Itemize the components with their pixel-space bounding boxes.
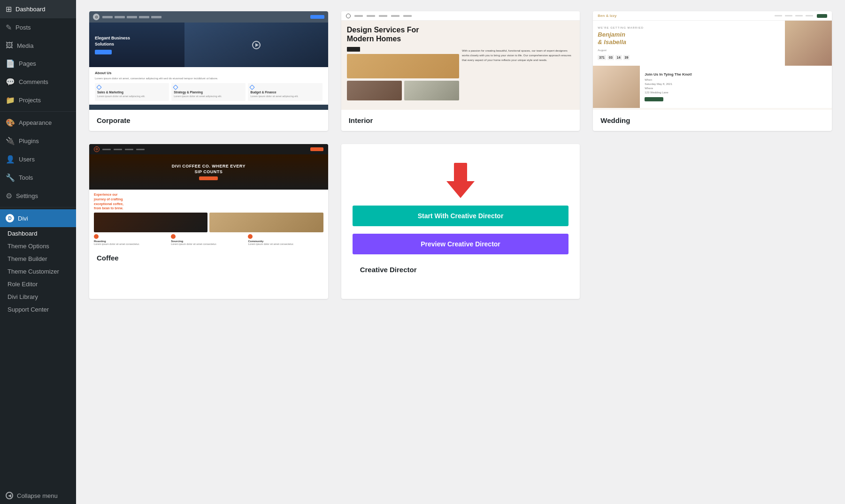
sidebar-item-label: Settings bbox=[16, 192, 38, 199]
sidebar-item-label: Media bbox=[17, 42, 33, 49]
sidebar-item-projects[interactable]: 📁 Projects bbox=[0, 91, 76, 109]
sidebar-item-divi[interactable]: D Divi bbox=[0, 209, 76, 227]
sidebar-item-pages[interactable]: 📄 Pages bbox=[0, 54, 76, 73]
projects-icon: 📁 bbox=[6, 96, 15, 105]
sidebar-item-label: Projects bbox=[19, 97, 41, 104]
sidebar-item-label: Divi bbox=[18, 215, 28, 222]
theme-label-creative-director: Creative Director bbox=[353, 262, 569, 280]
theme-preview-wedding: Ben & Izzy We're Getting Married Benjami… bbox=[593, 11, 832, 110]
pages-icon: 📄 bbox=[6, 59, 15, 68]
theme-card-coffee[interactable]: ⊙ DIVI COFFEE CO. WHERE EVERYSIP COUNTS bbox=[89, 144, 328, 299]
sidebar-sub-label: Role Editor bbox=[8, 281, 38, 288]
sidebar-sub-theme-builder[interactable]: Theme Builder bbox=[0, 252, 76, 265]
sidebar-sub-theme-options[interactable]: Theme Options bbox=[0, 240, 76, 252]
divi-icon: D bbox=[6, 214, 14, 222]
plugins-icon: 🔌 bbox=[6, 137, 15, 145]
sidebar-item-comments[interactable]: 💬 Comments bbox=[0, 73, 76, 91]
sidebar-item-plugins[interactable]: 🔌 Plugins bbox=[0, 132, 76, 150]
sidebar-sub-support-center[interactable]: Support Center bbox=[0, 303, 76, 316]
posts-icon: ✎ bbox=[6, 23, 12, 32]
sidebar-sub-label: Theme Options bbox=[8, 243, 49, 250]
sidebar-item-label: Pages bbox=[19, 60, 36, 67]
sidebar-item-label: Users bbox=[19, 156, 35, 163]
theme-label-interior: Interior bbox=[341, 110, 580, 131]
sidebar-item-tools[interactable]: 🔧 Tools bbox=[0, 168, 76, 187]
sidebar-item-label: Appearance bbox=[19, 119, 52, 126]
start-creative-director-button[interactable]: Start With Creative Director bbox=[353, 206, 569, 226]
settings-icon: ⚙ bbox=[6, 191, 12, 200]
sidebar-sub-divi-library[interactable]: Divi Library bbox=[0, 290, 76, 303]
theme-label-wedding: Wedding bbox=[593, 110, 832, 131]
sidebar-sub-divi-dashboard[interactable]: Dashboard bbox=[0, 227, 76, 240]
comments-icon: 💬 bbox=[6, 77, 15, 86]
main-content: ⊙ Elegant BusinessSolutions bbox=[76, 0, 845, 504]
theme-label-coffee: Coffee bbox=[89, 247, 328, 268]
sidebar-sub-label: Support Center bbox=[8, 306, 49, 313]
appearance-icon: 🎨 bbox=[6, 118, 15, 127]
theme-preview-coffee: ⊙ DIVI COFFEE CO. WHERE EVERYSIP COUNTS bbox=[89, 144, 328, 247]
theme-preview-corporate: ⊙ Elegant BusinessSolutions bbox=[89, 11, 328, 110]
dashboard-icon: ⊞ bbox=[6, 5, 12, 14]
sidebar-item-label: Plugins bbox=[19, 137, 39, 145]
sidebar-item-posts[interactable]: ✎ Posts bbox=[0, 18, 76, 37]
sidebar-sub-theme-customizer[interactable]: Theme Customizer bbox=[0, 265, 76, 278]
sidebar-sub-role-editor[interactable]: Role Editor bbox=[0, 278, 76, 290]
theme-card-wedding[interactable]: Ben & Izzy We're Getting Married Benjami… bbox=[593, 11, 832, 131]
sidebar-item-dashboard[interactable]: ⊞ Dashboard bbox=[0, 0, 76, 18]
collapse-menu-button[interactable]: ◀ Collapse menu bbox=[0, 487, 76, 504]
theme-grid: ⊙ Elegant BusinessSolutions bbox=[89, 11, 832, 299]
sidebar-sub-label: Divi Library bbox=[8, 293, 38, 300]
sidebar-item-label: Dashboard bbox=[15, 6, 46, 13]
media-icon: 🖼 bbox=[6, 41, 13, 50]
sidebar-sub-label: Dashboard bbox=[8, 230, 38, 237]
creative-director-arrow bbox=[446, 163, 475, 198]
sidebar-item-appearance[interactable]: 🎨 Appearance bbox=[0, 114, 76, 132]
users-icon: 👤 bbox=[6, 155, 15, 164]
theme-card-creative-director[interactable]: Start With Creative Director Preview Cre… bbox=[341, 144, 580, 299]
sidebar-item-settings[interactable]: ⚙ Settings bbox=[0, 187, 76, 205]
theme-card-corporate[interactable]: ⊙ Elegant BusinessSolutions bbox=[89, 11, 328, 131]
sidebar-item-label: Tools bbox=[19, 174, 33, 181]
sidebar-sub-label: Theme Customizer bbox=[8, 268, 59, 275]
collapse-label: Collapse menu bbox=[17, 492, 58, 499]
tools-icon: 🔧 bbox=[6, 173, 15, 182]
sidebar-sub-label: Theme Builder bbox=[8, 255, 47, 262]
theme-label-corporate: Corporate bbox=[89, 110, 328, 131]
sidebar-item-label: Posts bbox=[15, 24, 31, 31]
sidebar-item-media[interactable]: 🖼 Media bbox=[0, 37, 76, 54]
sidebar-item-users[interactable]: 👤 Users bbox=[0, 150, 76, 168]
collapse-icon: ◀ bbox=[6, 492, 13, 499]
preview-creative-director-button[interactable]: Preview Creative Director bbox=[353, 234, 569, 254]
sidebar-item-label: Comments bbox=[19, 78, 48, 85]
theme-card-interior[interactable]: Design Services ForModern Homes bbox=[341, 11, 580, 131]
theme-preview-interior: Design Services ForModern Homes bbox=[341, 11, 580, 110]
sidebar: ⊞ Dashboard ✎ Posts 🖼 Media 📄 Pages 💬 Co… bbox=[0, 0, 76, 504]
